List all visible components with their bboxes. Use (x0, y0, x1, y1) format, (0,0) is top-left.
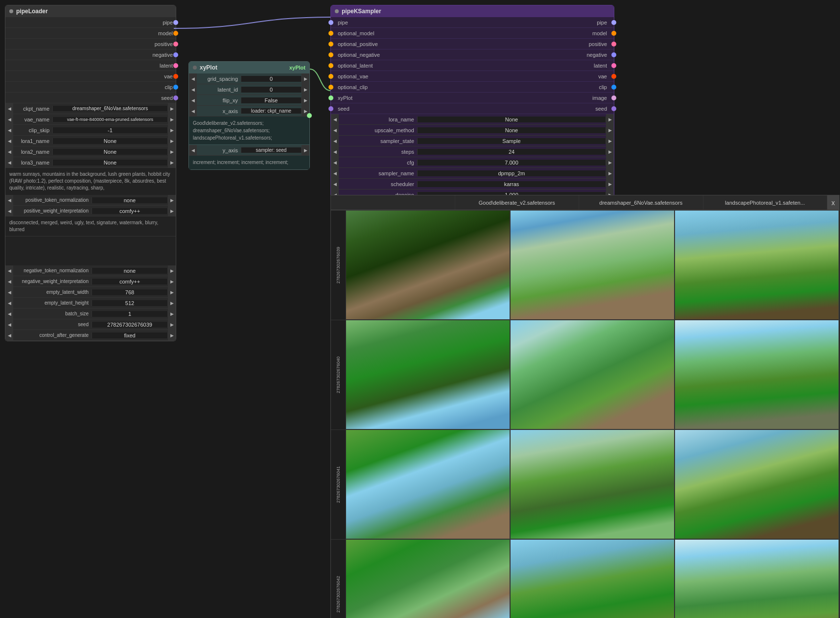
xy-plot-output-port[interactable] (307, 113, 312, 118)
grid-cell-1-2[interactable] (675, 320, 839, 429)
seed-right-btn[interactable]: ▶ (168, 319, 176, 330)
pos-token-norm-value: none (92, 197, 168, 203)
vae-name-right-btn[interactable]: ▶ (168, 114, 176, 125)
pipe-ksampler-out-port[interactable] (611, 20, 616, 25)
grid-cell-0-2[interactable] (675, 210, 839, 320)
optional-model-port[interactable] (328, 31, 333, 36)
grid-close-btn[interactable]: x (827, 195, 839, 210)
model-output-port[interactable] (173, 31, 178, 36)
lora-name-left-btn[interactable]: ◀ (331, 114, 339, 125)
optional-negative-port[interactable] (328, 52, 333, 57)
batch-size-right-btn[interactable]: ▶ (168, 309, 176, 319)
pos-weight-left-btn[interactable]: ◀ (5, 206, 13, 216)
lora2-left-btn[interactable]: ◀ (5, 146, 13, 157)
clip-skip-label: clip_skip (13, 127, 52, 133)
lora3-left-btn[interactable]: ◀ (5, 157, 13, 168)
sampler-name-right-btn[interactable]: ▶ (606, 168, 614, 179)
neg-weight-left-btn[interactable]: ◀ (5, 276, 13, 287)
optional-clip-port[interactable] (328, 85, 333, 90)
sampler-state-right-btn[interactable]: ▶ (606, 136, 614, 146)
grid-spacing-right-btn[interactable]: ▶ (302, 73, 309, 84)
optional-vae-port[interactable] (328, 74, 333, 79)
negative-prompt[interactable]: disconnected, merged, weird, ugly, text,… (5, 216, 176, 236)
batch-size-left-btn[interactable]: ◀ (5, 309, 13, 319)
xyplot-input-port[interactable] (328, 95, 333, 100)
neg-weight-right-btn[interactable]: ▶ (168, 276, 176, 287)
sampler-name-left-btn[interactable]: ◀ (331, 168, 339, 179)
scheduler-left-btn[interactable]: ◀ (331, 179, 339, 190)
clip-output-port[interactable] (173, 85, 178, 90)
neg-token-norm-right-btn[interactable]: ▶ (168, 265, 176, 276)
seed-input-port[interactable] (328, 106, 333, 111)
lora1-left-btn[interactable]: ◀ (5, 136, 13, 146)
optional-positive-port[interactable] (328, 42, 333, 47)
scheduler-right-btn[interactable]: ▶ (606, 179, 614, 190)
y-axis-left-btn[interactable]: ◀ (189, 145, 197, 156)
vae-name-left-btn[interactable]: ◀ (5, 114, 13, 125)
control-after-right-btn[interactable]: ▶ (168, 330, 176, 341)
upscale-method-right-btn[interactable]: ▶ (606, 125, 614, 136)
grid-cell-3-0[interactable] (346, 539, 510, 618)
lora2-right-btn[interactable]: ▶ (168, 146, 176, 157)
negative-ksampler-out-port[interactable] (611, 52, 616, 57)
positive-ksampler-out-port[interactable] (611, 42, 616, 47)
sampler-state-left-btn[interactable]: ◀ (331, 136, 339, 146)
y-values-area[interactable]: increment; increment; increment; increme… (189, 156, 309, 169)
model-ksampler-out-port[interactable] (611, 31, 616, 36)
positive-prompt[interactable]: warm sunrays, mountains in the backgroun… (5, 168, 176, 195)
image-ksampler-out-port[interactable] (611, 95, 616, 100)
steps-left-btn[interactable]: ◀ (331, 146, 339, 157)
grid-cell-1-1[interactable] (510, 320, 675, 429)
upscale-method-left-btn[interactable]: ◀ (331, 125, 339, 136)
pipe-output-port[interactable] (173, 20, 178, 25)
latent-ksampler-out-port[interactable] (611, 63, 616, 68)
seed-left-btn[interactable]: ◀ (5, 319, 13, 330)
lora3-right-btn[interactable]: ▶ (168, 157, 176, 168)
control-after-left-btn[interactable]: ◀ (5, 330, 13, 341)
grid-cell-0-0[interactable] (346, 210, 510, 320)
empty-latent-h-left-btn[interactable]: ◀ (5, 298, 13, 309)
ckpt-name-left-btn[interactable]: ◀ (5, 103, 13, 114)
seed-output-port[interactable] (173, 95, 178, 100)
cfg-left-btn[interactable]: ◀ (331, 157, 339, 168)
clip-skip-right-btn[interactable]: ▶ (168, 125, 176, 136)
positive-output-port[interactable] (173, 42, 178, 47)
grid-cell-3-2[interactable]: 1/2 (675, 539, 839, 618)
pos-token-norm-left-btn[interactable]: ◀ (5, 195, 13, 206)
latent-id-label: latent_id (197, 87, 241, 93)
pipe-input-port[interactable] (328, 20, 333, 25)
flip-xy-left-btn[interactable]: ◀ (189, 95, 197, 106)
latent-output-port[interactable] (173, 63, 178, 68)
grid-spacing-left-btn[interactable]: ◀ (189, 73, 197, 84)
x-values-area[interactable]: Good\deliberate_v2.safetensors; dreamsha… (189, 117, 309, 145)
y-axis-right-btn[interactable]: ▶ (302, 145, 309, 156)
pos-token-norm-right-btn[interactable]: ▶ (168, 195, 176, 206)
pos-weight-right-btn[interactable]: ▶ (168, 206, 176, 216)
grid-cell-0-1[interactable] (510, 210, 675, 320)
seed-ksampler-out-port[interactable] (611, 106, 616, 111)
empty-latent-h-right-btn[interactable]: ▶ (168, 298, 176, 309)
optional-latent-port[interactable] (328, 63, 333, 68)
vae-ksampler-out-port[interactable] (611, 74, 616, 79)
cfg-right-btn[interactable]: ▶ (606, 157, 614, 168)
clip-skip-left-btn[interactable]: ◀ (5, 125, 13, 136)
neg-token-norm-left-btn[interactable]: ◀ (5, 265, 13, 276)
clip-ksampler-out-port[interactable] (611, 85, 616, 90)
latent-id-right-btn[interactable]: ▶ (302, 84, 309, 95)
grid-cell-1-0[interactable] (346, 320, 510, 429)
grid-cell-3-1[interactable] (510, 539, 675, 618)
lora-name-right-btn[interactable]: ▶ (606, 114, 614, 125)
grid-cell-2-2[interactable] (675, 429, 839, 539)
grid-cell-2-1[interactable] (510, 429, 675, 539)
lora1-right-btn[interactable]: ▶ (168, 136, 176, 146)
negative-output-port[interactable] (173, 52, 178, 57)
vae-output-port[interactable] (173, 74, 178, 79)
grid-cell-2-0[interactable] (346, 429, 510, 539)
empty-latent-w-left-btn[interactable]: ◀ (5, 287, 13, 298)
x-axis-left-btn[interactable]: ◀ (189, 106, 197, 117)
flip-xy-right-btn[interactable]: ▶ (302, 95, 309, 106)
empty-latent-w-right-btn[interactable]: ▶ (168, 287, 176, 298)
latent-id-left-btn[interactable]: ◀ (189, 84, 197, 95)
ckpt-name-right-btn[interactable]: ▶ (168, 103, 176, 114)
steps-right-btn[interactable]: ▶ (606, 146, 614, 157)
